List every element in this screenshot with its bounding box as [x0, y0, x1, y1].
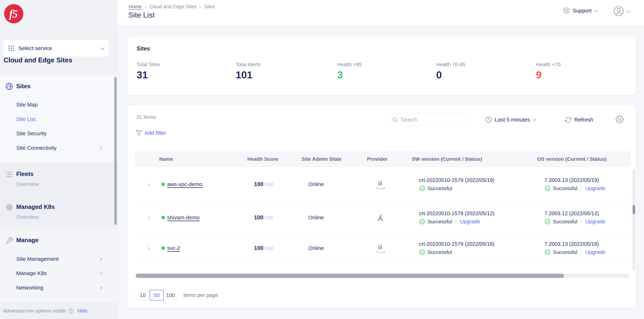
sidebar-item-sites[interactable]: Sites: [16, 82, 30, 90]
upgrade-link[interactable]: Upgrade: [585, 249, 605, 255]
sidebar-item-networking[interactable]: Networking: [16, 284, 43, 292]
clock-icon: [485, 116, 492, 123]
sidebar-item-manage[interactable]: Manage: [16, 236, 38, 244]
horizontal-scrollbar-thumb[interactable]: [136, 274, 564, 278]
grid-icon: [8, 45, 15, 52]
health-score: 100/100: [254, 181, 273, 188]
table-row: › shivam-demo 100/100 Online crt-2022051…: [135, 201, 631, 234]
chevron-right-icon: ›: [100, 255, 102, 263]
life-buoy-icon: [562, 7, 570, 15]
sw-version-cell: crt-20220510-1579 (2022/05/18) Successfu…: [419, 241, 494, 255]
page-size-option-10[interactable]: 10: [136, 290, 150, 300]
table-settings-button[interactable]: [616, 115, 624, 124]
success-check-icon: [544, 249, 550, 255]
chevron-right-icon: ›: [144, 4, 146, 10]
page-size-option-50-selected[interactable]: 50: [150, 290, 164, 300]
sidebar-item-managed-k8s-overview[interactable]: Overview: [16, 213, 39, 221]
upgrade-link[interactable]: Upgrade: [585, 219, 605, 225]
user-menu[interactable]: [613, 6, 630, 17]
helm-wheel-icon: [6, 203, 13, 211]
breadcrumb-home-link[interactable]: Home: [129, 4, 142, 10]
search-input[interactable]: [400, 117, 466, 123]
help-circle-icon[interactable]: [68, 308, 74, 314]
fleet-grid-icon: [6, 170, 13, 178]
os-version-cell: 7.2003.12 (2022/05/12) Successful Upgrad…: [544, 210, 606, 225]
site-admin-state: Online: [308, 181, 324, 187]
divider: [456, 218, 456, 225]
vertical-scrollbar-track: [632, 169, 635, 270]
aws-provider-icon: a: [375, 178, 387, 190]
add-filter-button[interactable]: Add filter: [136, 130, 166, 136]
vertical-scrollbar-thumb[interactable]: [632, 205, 635, 214]
expand-row-chevron-icon[interactable]: ›: [148, 244, 150, 252]
sw-version-cell: crt-20220510-1579 (2022/05/19) Successfu…: [419, 177, 494, 191]
success-check-icon: [544, 185, 550, 191]
page-size-option-100[interactable]: 100: [164, 290, 178, 300]
sidebar-item-managed-k8s[interactable]: Managed K8s: [16, 203, 55, 211]
sidebar-item-site-list[interactable]: Site List: [16, 115, 36, 123]
stat-label: Health >95: [337, 62, 362, 68]
sidebar: f5 Select service Cloud and Edge Sites: [0, 0, 118, 319]
service-selector-label: Select service: [18, 45, 52, 51]
stat-value: 9: [536, 69, 542, 81]
site-name-link[interactable]: svc-2: [167, 245, 180, 251]
stat-value: 0: [436, 69, 442, 81]
sw-version-cell: crt-20220510-1578 (2022/05/12) Successfu…: [419, 210, 494, 225]
site-name-link[interactable]: aws-vpc-demo: [167, 181, 202, 187]
service-selector[interactable]: Select service: [3, 40, 109, 57]
f5-logo[interactable]: f5: [4, 4, 23, 23]
os-version-cell: 7.2003.13 (2022/05/18) Successful Upgrad…: [544, 241, 606, 255]
stat-value: 31: [136, 69, 148, 81]
upgrade-link[interactable]: Upgrade: [460, 219, 480, 225]
f5-logo-text: f5: [9, 8, 18, 20]
sidebar-section-fleets: [0, 163, 118, 195]
chevron-right-icon: ›: [199, 4, 201, 10]
gear-icon: [616, 115, 624, 124]
column-header-sw-version: SW version (Current / Status): [412, 151, 482, 167]
sidebar-item-site-management[interactable]: Site Management: [16, 255, 59, 263]
health-score: 100/100: [254, 214, 273, 221]
items-per-page-label: items per page: [184, 292, 218, 298]
sidebar-item-site-map[interactable]: Site Map: [16, 101, 38, 109]
stat-value: 101: [236, 69, 252, 81]
time-range-selector[interactable]: Last 5 minutes: [485, 113, 536, 126]
hide-advanced-nav-link[interactable]: Hide: [77, 308, 88, 314]
divider: [581, 249, 582, 255]
breadcrumb-cloud-and-edge-sites[interactable]: Cloud and Edge Sites: [149, 4, 196, 10]
divider: [581, 218, 582, 225]
column-header-os-version: OS version (Current / Status): [537, 151, 606, 167]
chevron-right-icon: ›: [100, 284, 102, 292]
refresh-button[interactable]: Refresh: [565, 113, 593, 126]
sidebar-item-site-connectivity[interactable]: Site Connectivity: [16, 144, 56, 152]
items-count: 31 items: [136, 114, 156, 120]
user-avatar-icon: [613, 6, 624, 17]
site-admin-state: Online: [308, 214, 324, 221]
os-version-cell: 7.2003.13 (2022/05/19) Successful Upgrad…: [544, 177, 606, 191]
sidebar-scrollbar-thumb[interactable]: [114, 77, 117, 225]
sidebar-item-fleets[interactable]: Fleets: [16, 170, 34, 178]
sidebar-item-fleets-overview[interactable]: Overview: [16, 180, 39, 188]
stat-label: Total Alerts: [236, 62, 260, 68]
upgrade-link[interactable]: Upgrade: [585, 185, 605, 191]
success-check-icon: [419, 218, 425, 225]
sidebar-item-site-security[interactable]: Site Security: [16, 130, 46, 137]
sidebar-item-manage-k8s[interactable]: Manage K8s: [16, 269, 46, 277]
chevron-down-icon: [594, 8, 599, 12]
azure-provider-icon: [375, 213, 387, 222]
breadcrumb-sites: Sites: [204, 4, 215, 10]
chevron-down-icon: [626, 8, 631, 13]
add-filter-label: Add filter: [144, 130, 166, 136]
support-menu[interactable]: Support: [562, 7, 598, 15]
divider: [581, 185, 582, 191]
table-header: Name Health Score Site Admin State Provi…: [135, 151, 631, 167]
expand-row-chevron-icon[interactable]: ›: [148, 214, 150, 221]
chevron-down-icon: [532, 117, 536, 121]
site-name-link[interactable]: shivam-demo: [167, 214, 200, 221]
expand-row-chevron-icon[interactable]: ›: [148, 180, 150, 188]
horizontal-scrollbar-track: [136, 274, 629, 278]
success-check-icon: [544, 218, 550, 225]
table-row: › aws-vpc-demo 100/100 Online a crt-2022…: [135, 167, 631, 201]
filter-funnel-icon: [136, 130, 142, 136]
column-header-site-admin-state: Site Admin State: [302, 151, 342, 167]
refresh-icon: [565, 116, 572, 123]
